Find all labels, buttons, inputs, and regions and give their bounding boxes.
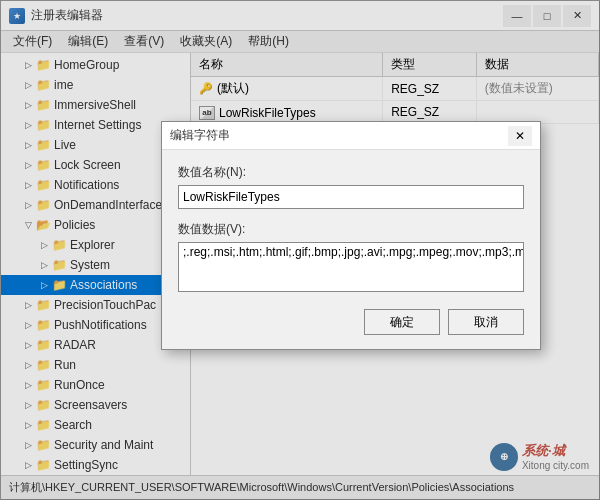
dialog-overlay: 编辑字符串 ✕ 数值名称(N): 数值数据(V): ;.reg;.msi;.ht… (1, 1, 600, 500)
dialog-close-button[interactable]: ✕ (508, 126, 532, 146)
ok-button[interactable]: 确定 (364, 309, 440, 335)
dialog-body: 数值名称(N): 数值数据(V): ;.reg;.msi;.htm;.html;… (162, 150, 540, 349)
edit-dialog: 编辑字符串 ✕ 数值名称(N): 数值数据(V): ;.reg;.msi;.ht… (161, 121, 541, 350)
name-label: 数值名称(N): (178, 164, 524, 181)
name-input[interactable] (178, 185, 524, 209)
dialog-title: 编辑字符串 (170, 127, 230, 144)
dialog-buttons: 确定 取消 (178, 309, 524, 335)
dialog-title-bar: 编辑字符串 ✕ (162, 122, 540, 150)
data-label: 数值数据(V): (178, 221, 524, 238)
cancel-button[interactable]: 取消 (448, 309, 524, 335)
data-input[interactable]: ;.reg;.msi;.htm;.html;.gif;.bmp;.jpg;.av… (178, 242, 524, 292)
main-window: ★ 注册表编辑器 — □ ✕ 文件(F) 编辑(E) 查看(V) 收藏夹(A) … (0, 0, 600, 500)
